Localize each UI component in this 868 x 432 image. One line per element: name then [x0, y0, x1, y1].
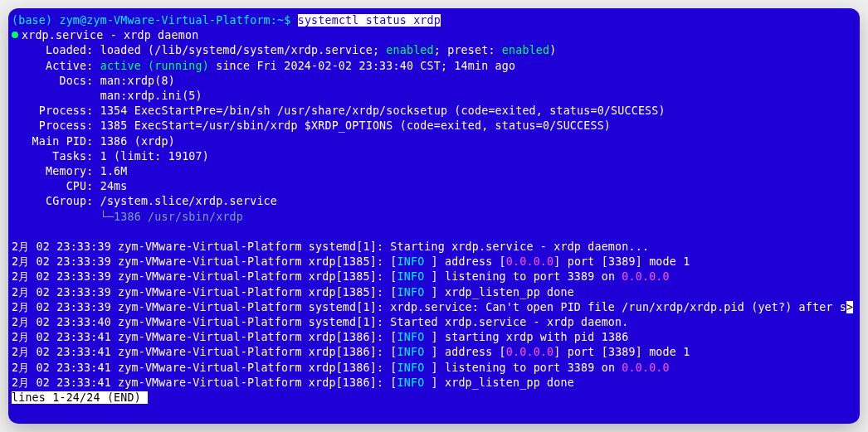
log-ts: 2月 02 23:33:41 zym-VMware-Virtual-Platfo… — [12, 362, 390, 374]
main-pid: Main PID: 1386 (xrdp) — [12, 135, 175, 148]
cursor — [141, 391, 148, 404]
prompt-command[interactable]: systemctl status xrdp — [298, 14, 441, 27]
log-ts: 2月 02 23:33:39 zym-VMware-Virtual-Platfo… — [12, 240, 390, 253]
loaded-label: Loaded: — [12, 44, 93, 56]
log-msg: ] port [3389] mode 1 — [553, 255, 690, 268]
loaded-enabled-1: enabled — [386, 44, 433, 56]
log-info-tag: INFO — [397, 286, 432, 299]
log-bracket: [ — [390, 286, 397, 299]
memory: Memory: 1.6M — [12, 165, 128, 177]
prompt-env: (base) — [12, 14, 52, 27]
log-info-tag: INFO — [397, 331, 432, 343]
log-bracket: [ — [390, 270, 397, 283]
log-addr: 0.0.0.0 — [622, 362, 669, 374]
log-info-tag: INFO — [397, 376, 432, 389]
docs-label: Docs: — [12, 75, 93, 87]
log-ts: 2月 02 23:33:41 zym-VMware-Virtual-Platfo… — [12, 346, 390, 358]
log-msg: starting xrdp with pid 1386 — [445, 331, 629, 343]
docs-2: man:xrdp.ini(5) — [12, 90, 202, 102]
log-info-tag: INFO — [397, 270, 432, 283]
log-bracket: ] — [432, 270, 445, 283]
log-msg: xrdp_listen_pp done — [445, 286, 574, 299]
log-bracket: ] — [432, 255, 445, 268]
log-bracket: [ — [390, 255, 397, 268]
unit-line: xrdp.service - xrdp daemon — [22, 29, 198, 41]
log-msg: listening to port 3389 on — [445, 362, 622, 374]
loaded-value-c: ) — [549, 44, 556, 56]
process-2: Process: 1385 ExecStart=/usr/sbin/xrdp $… — [12, 119, 611, 132]
log-msg: address [ — [445, 255, 506, 268]
log-addr: 0.0.0.0 — [506, 346, 553, 358]
cgroup-child-prefix: └─ — [12, 211, 114, 223]
terminal-window[interactable]: (base) zym@zym-VMware-Virtual-Platform:~… — [8, 8, 860, 424]
tasks: Tasks: 1 (limit: 19107) — [12, 150, 209, 163]
log-ts: 2月 02 23:33:40 zym-VMware-Virtual-Platfo… — [12, 316, 390, 328]
loaded-enabled-2: enabled — [502, 44, 549, 56]
active-state: active (running) — [100, 60, 209, 72]
prompt-user-host: zym@zym-VMware-Virtual-Platform — [59, 14, 270, 27]
log-addr: 0.0.0.0 — [622, 270, 669, 283]
log-info-tag: INFO — [397, 255, 432, 268]
log-bracket: ] — [432, 286, 445, 299]
log-bracket: ] — [432, 362, 445, 374]
log-info-tag: INFO — [397, 362, 432, 374]
log-bracket: [ — [390, 346, 397, 358]
active-since: since Fri 2024-02-02 23:33:40 CST; 14min… — [209, 60, 515, 72]
log-msg: listening to port 3389 on — [445, 270, 622, 283]
log-ts: 2月 02 23:33:39 zym-VMware-Virtual-Platfo… — [12, 270, 390, 283]
log-addr: 0.0.0.0 — [506, 255, 553, 268]
process-1: Process: 1354 ExecStartPre=/bin/sh /usr/… — [12, 104, 666, 117]
cgroup-child: 1386 /usr/sbin/xrdp — [114, 211, 243, 223]
log-bracket: [ — [390, 362, 397, 374]
terminal-output: (base) zym@zym-VMware-Virtual-Platform:~… — [12, 13, 856, 405]
log-area: 2月 02 23:33:39 zym-VMware-Virtual-Platfo… — [12, 240, 853, 389]
log-msg: address [ — [445, 346, 506, 358]
log-msg: Started xrdp.service - xrdp daemon. — [390, 316, 628, 328]
log-msg: Starting xrdp.service - xrdp daemon... — [390, 240, 649, 253]
log-ts: 2月 02 23:33:41 zym-VMware-Virtual-Platfo… — [12, 331, 390, 343]
prompt-cwd: :~$ — [271, 14, 291, 27]
log-bracket: ] — [432, 376, 445, 389]
log-bracket: [ — [390, 331, 397, 343]
pager-status: lines 1-24/24 (END) — [12, 391, 141, 404]
active-label: Active: — [12, 60, 100, 72]
log-bracket: ] — [432, 346, 445, 358]
log-info-tag: INFO — [397, 346, 432, 358]
log-msg: xrdp_listen_pp done — [445, 376, 574, 389]
log-trunc-icon: > — [846, 301, 853, 313]
log-bracket: ] — [432, 331, 445, 343]
log-bracket: [ — [390, 376, 397, 389]
log-ts: 2月 02 23:33:39 zym-VMware-Virtual-Platfo… — [12, 301, 390, 313]
log-msg: xrdp.service: Can't open PID file /run/x… — [390, 301, 846, 313]
loaded-value-b: ; preset: — [434, 44, 502, 56]
log-ts: 2月 02 23:33:41 zym-VMware-Virtual-Platfo… — [12, 376, 390, 389]
status-dot-icon — [12, 32, 18, 38]
log-msg: ] port [3389] mode 1 — [553, 346, 690, 358]
log-ts: 2月 02 23:33:39 zym-VMware-Virtual-Platfo… — [12, 255, 390, 268]
cpu: CPU: 24ms — [12, 180, 128, 192]
log-ts: 2月 02 23:33:39 zym-VMware-Virtual-Platfo… — [12, 286, 390, 299]
docs-1: man:xrdp(8) — [93, 75, 174, 87]
cgroup: CGroup: /system.slice/xrdp.service — [12, 195, 277, 207]
loaded-value-a: loaded (/lib/systemd/system/xrdp.service… — [93, 44, 386, 56]
